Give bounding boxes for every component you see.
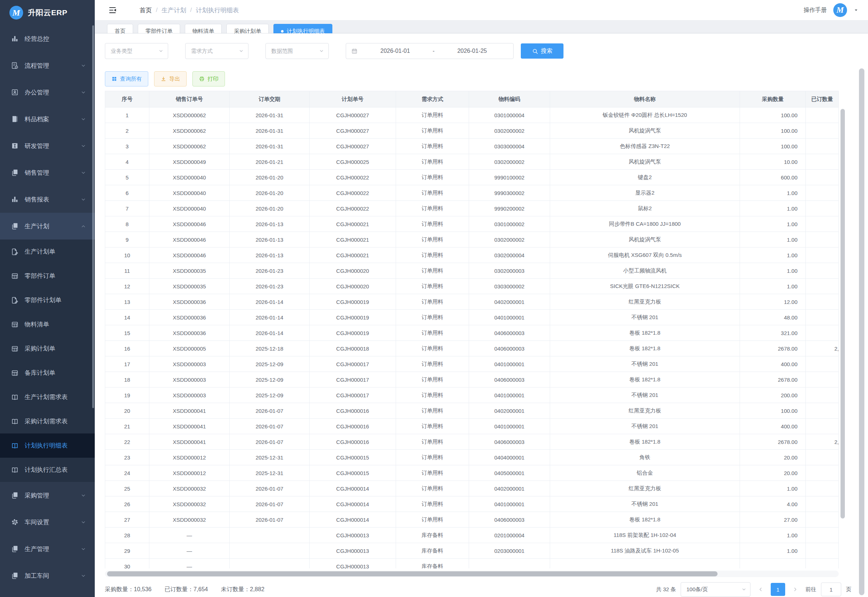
tab-item[interactable]: 采购计划单	[227, 24, 269, 34]
manual-link[interactable]: 操作手册	[804, 6, 827, 14]
sidebar-item[interactable]: 流程管理	[0, 52, 95, 79]
table-cell	[806, 465, 839, 481]
sidebar-item[interactable]: 采购管理	[0, 482, 95, 509]
page-scrollbar-thumb[interactable]	[859, 68, 864, 595]
table-cell: XSDD000032	[150, 496, 230, 512]
sidebar-item[interactable]: 生产管理	[0, 536, 95, 562]
sidebar-scrollbar-thumb[interactable]	[92, 25, 94, 408]
sidebar-collapse-icon[interactable]	[108, 6, 117, 15]
table-cell: 同步带件B CA=1800 JJ=1800	[550, 216, 740, 232]
tab-item[interactable]: 首页	[107, 24, 133, 34]
print-button[interactable]: 打印	[193, 71, 225, 86]
sidebar-item[interactable]: 物料清单	[0, 312, 95, 337]
tab-item[interactable]: 物料清单	[185, 24, 222, 34]
business-type-select[interactable]: 业务类型	[105, 43, 168, 59]
table-cell: XSDD000003	[150, 356, 230, 372]
sidebar-item[interactable]: 车间设置	[0, 509, 95, 536]
table-cell	[230, 543, 310, 558]
summary-stats: 采购数量：10,536 已订数量：7,654 未订数量：2,882	[105, 586, 264, 593]
demand-type-placeholder: 需求方式	[191, 48, 213, 55]
table-cell: 12	[105, 279, 150, 294]
table-cell: 订单用料	[396, 279, 469, 294]
table-vertical-scrollbar-thumb[interactable]	[840, 109, 845, 518]
table-cell: 1.00	[740, 481, 806, 496]
table-cell: 1.00	[740, 216, 806, 232]
office-icon	[11, 88, 19, 96]
prev-page-button[interactable]	[755, 583, 766, 596]
sidebar-item[interactable]: 零部件订单	[0, 264, 95, 288]
clipped-ordered-qty: 2,	[834, 439, 839, 445]
sidebar-item[interactable]: 采购计划单	[0, 337, 95, 361]
table-cell: CGJH000019	[310, 294, 396, 310]
page-size-select[interactable]: 100条/页	[681, 582, 751, 597]
table-cell: 1.00	[740, 232, 806, 248]
sidebar-item[interactable]: 销售报表	[0, 186, 95, 213]
table-cell: 订单用料	[396, 310, 469, 325]
table-cell: CGJH000014	[310, 481, 396, 496]
caret-down-icon[interactable]	[853, 7, 859, 13]
sidebar-item[interactable]: 采购计划需求表	[0, 409, 95, 434]
table-row: 6XSDD0000402026-01-20CGJH000022订单用料99903…	[105, 185, 839, 201]
table-cell: 30	[105, 558, 150, 569]
sidebar-item[interactable]: 生产计划单	[0, 239, 95, 264]
demand-type-select[interactable]: 需求方式	[185, 43, 249, 59]
table-row: 14XSDD0000362026-01-14CGJH000019订单用料0401…	[105, 310, 839, 325]
table-cell: CGJH000019	[310, 325, 396, 341]
table-cell: CGJH000017	[310, 356, 396, 372]
sidebar-item[interactable]: 加工车间	[0, 562, 95, 589]
table-column-header: 已订数量	[806, 91, 839, 107]
table-row: 11XSDD0000352026-01-23CGJH000020订单用料0302…	[105, 263, 839, 279]
page-number-button[interactable]: 1	[771, 583, 785, 596]
table-cell	[806, 543, 839, 558]
sidebar-item[interactable]: 生产计划需求表	[0, 385, 95, 409]
search-button[interactable]: 搜索	[521, 43, 563, 59]
date-range-picker[interactable]: 2026-01-01 - 2026-01-25	[346, 43, 514, 59]
table-cell: 0406000003	[469, 325, 550, 341]
table-cell: 100.00	[740, 403, 806, 419]
sidebar-item[interactable]: 料品档案	[0, 105, 95, 132]
table-cell: 0303000004	[469, 138, 550, 154]
data-scope-select[interactable]: 数据范围	[265, 43, 329, 59]
table-cell: 订单用料	[396, 496, 469, 512]
table-horizontal-scrollbar-thumb[interactable]	[107, 571, 718, 576]
sidebar-item[interactable]: 生产计划	[0, 213, 95, 239]
sidebar-item[interactable]: 计划执行汇总表	[0, 458, 95, 482]
date-start-value[interactable]: 2026-01-01	[359, 48, 431, 54]
export-button[interactable]: 导出	[154, 71, 187, 86]
table-cell: 0405000001	[469, 465, 550, 481]
table-cell: 600.00	[740, 170, 806, 185]
table-cell: 0401000001	[469, 496, 550, 512]
sidebar-item[interactable]: 经营总控	[0, 25, 95, 52]
table-cell: XSDD000062	[150, 123, 230, 138]
chevron-up-icon	[81, 224, 86, 229]
tab-active[interactable]: 计划执行明细表	[273, 24, 332, 34]
table-cell: 色标传感器 Z3N-T22	[550, 138, 740, 154]
breadcrumb-home[interactable]: 首页	[139, 6, 152, 15]
tab-item[interactable]: 零部件订单	[138, 24, 180, 34]
table-horizontal-scrollbar[interactable]	[105, 570, 839, 577]
goto-page-input[interactable]	[821, 582, 841, 596]
avatar[interactable]: M	[833, 3, 847, 17]
sidebar-item[interactable]: 研发管理	[0, 132, 95, 159]
next-page-button[interactable]	[790, 583, 801, 596]
sidebar-item[interactable]: 销售管理	[0, 159, 95, 186]
query-all-button[interactable]: 查询所有	[105, 71, 148, 86]
sidebar-item[interactable]: 备库计划单	[0, 361, 95, 385]
breadcrumb-section[interactable]: 生产计划	[161, 6, 186, 15]
content-panel: 业务类型 需求方式 数据范围 2026-01-01 - 2026-01-25 搜…	[95, 33, 868, 597]
table-row: 18XSDD0000032025-12-09CGJH000017订单用料0406…	[105, 372, 839, 388]
table-row: 19XSDD0000032025-12-09CGJH000017订单用料0401…	[105, 388, 839, 403]
sidebar-item-label: 计划执行汇总表	[25, 466, 68, 474]
table-cell: 2026-01-07	[230, 512, 310, 527]
table-cell: CGJH000021	[310, 248, 396, 263]
table-row: 26XSDD0000322026-01-07CGJH000014订单用料0401…	[105, 496, 839, 512]
sidebar-item-active[interactable]: 计划执行明细表	[0, 434, 95, 458]
sidebar-item[interactable]: 零部件计划单	[0, 288, 95, 312]
table-cell	[806, 248, 839, 263]
table-cell: XSDD000003	[150, 372, 230, 388]
main-area: 首页 / 生产计划 / 计划执行明细表 操作手册 M 首页零部件订单物料清单采购…	[95, 0, 868, 597]
sidebar-item[interactable]: 办公管理	[0, 79, 95, 105]
chevron-down-icon	[81, 170, 86, 175]
date-end-value[interactable]: 2026-01-25	[436, 48, 508, 54]
table-cell: 订单用料	[396, 185, 469, 201]
